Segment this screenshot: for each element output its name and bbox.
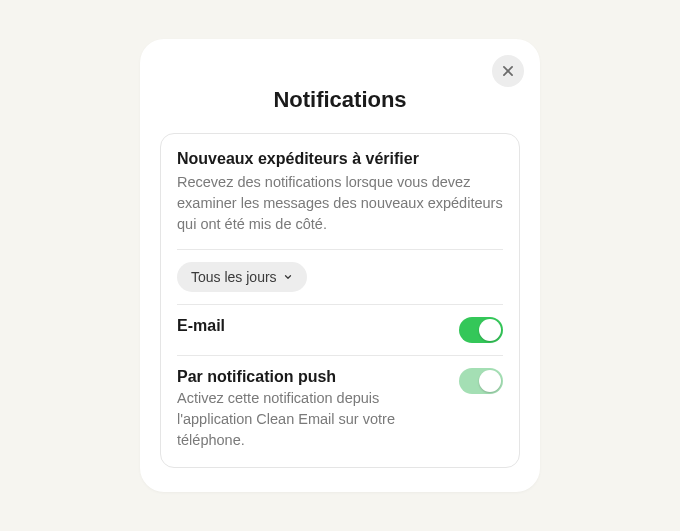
section-description: Recevez des notifications lorsque vous d… bbox=[177, 172, 503, 235]
divider bbox=[177, 355, 503, 356]
divider bbox=[177, 249, 503, 250]
push-description: Activez cette notification depuis l'appl… bbox=[177, 388, 447, 451]
email-row: E-mail bbox=[177, 317, 503, 343]
toggle-knob bbox=[479, 370, 501, 392]
chevron-down-icon bbox=[283, 272, 293, 282]
toggle-knob bbox=[479, 319, 501, 341]
notifications-modal: Notifications Nouveaux expéditeurs à vér… bbox=[140, 39, 540, 492]
section-title: Nouveaux expéditeurs à vérifier bbox=[177, 150, 503, 168]
email-toggle[interactable] bbox=[459, 317, 503, 343]
divider bbox=[177, 304, 503, 305]
email-label: E-mail bbox=[177, 317, 447, 335]
new-senders-section: Nouveaux expéditeurs à vérifier Recevez … bbox=[160, 133, 520, 468]
push-label: Par notification push bbox=[177, 368, 447, 386]
close-icon bbox=[501, 64, 515, 78]
modal-title: Notifications bbox=[160, 87, 520, 113]
push-row: Par notification push Activez cette noti… bbox=[177, 368, 503, 451]
close-button[interactable] bbox=[492, 55, 524, 87]
frequency-selected-label: Tous les jours bbox=[191, 269, 277, 285]
push-toggle[interactable] bbox=[459, 368, 503, 394]
frequency-dropdown[interactable]: Tous les jours bbox=[177, 262, 307, 292]
